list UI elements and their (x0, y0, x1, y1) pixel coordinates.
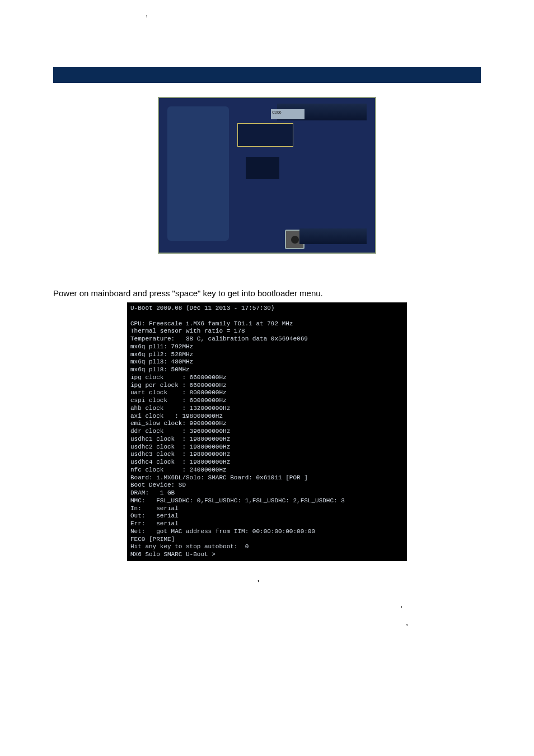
instruction-text: Power on mainboard and press "space" key… (53, 287, 481, 299)
pcb-label: C206 (271, 109, 305, 119)
stray-punct-top: , (146, 9, 148, 18)
header-bar (53, 67, 481, 83)
mainboard-photo: C206 (158, 97, 376, 254)
stray-punct-1: ' (257, 578, 259, 587)
stray-punct-3: , (406, 617, 408, 627)
uboot-terminal-output: U-Boot 2009.08 (Dec 11 2013 - 17:57:30) … (127, 302, 407, 561)
stray-punct-2: , (400, 599, 402, 609)
